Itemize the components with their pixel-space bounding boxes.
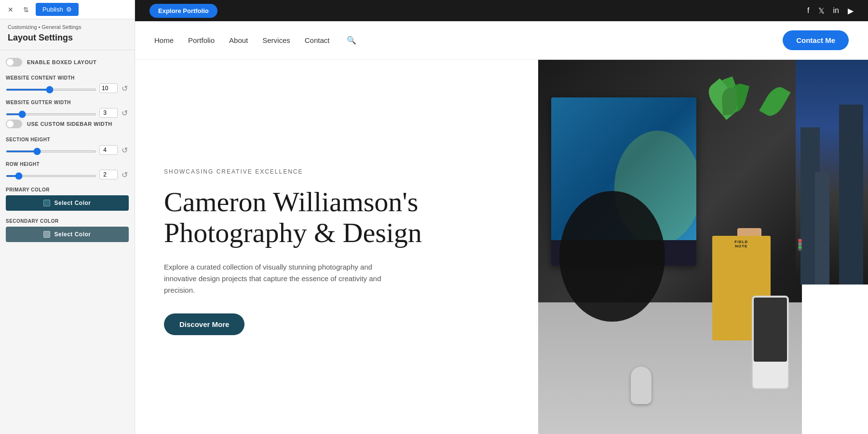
fieldnote-title-line2: NOTE [735, 244, 747, 248]
secondary-color-swatch [43, 231, 50, 238]
panel-content: Enable Boxed Layout Website Content Widt… [0, 50, 135, 434]
row-height-row: 2 ↺ [6, 170, 129, 179]
breadcrumb: Customizing • General Settings [0, 19, 135, 32]
breadcrumb-section: General Settings [42, 24, 81, 30]
headphones [559, 191, 665, 322]
row-height-label: Row Height [6, 162, 129, 167]
leaf-4 [759, 83, 790, 120]
left-panel: ✕ ⇅ Publish ⚙ Customizing • General Sett… [0, 0, 135, 434]
explore-portfolio-button[interactable]: Explore Portfolio [149, 4, 217, 18]
fieldnote-title-line1: FIELD [734, 240, 748, 244]
building-2 [815, 172, 829, 285]
content-width-row: 1080 ↺ [6, 83, 129, 93]
discover-more-button[interactable]: Discover More [164, 313, 244, 335]
desk-image: FIELD NOTE Offscreen [538, 60, 802, 434]
enable-boxed-label: Enable Boxed Layout [27, 59, 96, 65]
primary-color-select-label: Select Color [54, 200, 91, 206]
gutter-width-label: Website Gutter Width [6, 100, 129, 105]
secondary-color-button[interactable]: Select Color [6, 227, 129, 242]
breadcrumb-customizing: Customizing [8, 24, 37, 30]
gutter-width-input[interactable]: 3 [99, 108, 118, 118]
gutter-width-slider-wrap [6, 108, 96, 117]
building-3 [839, 105, 863, 284]
nav-home[interactable]: Home [154, 36, 174, 44]
social-icons: f 𝕏 in ▶ [807, 6, 854, 15]
traffic-light-green [799, 246, 801, 249]
publish-button[interactable]: Publish ⚙ [36, 3, 79, 16]
row-height-slider-wrap [6, 170, 96, 179]
section-height-label: Section Height [6, 137, 129, 142]
nav-links: Home Portfolio About Services Contact 🔍 [154, 36, 356, 45]
content-width-reset[interactable]: ↺ [121, 84, 129, 93]
swap-button[interactable]: ⇅ [20, 4, 32, 15]
section-height-slider[interactable] [6, 150, 96, 152]
gutter-width-slider[interactable] [6, 113, 96, 115]
phone [752, 296, 789, 389]
hero-subtitle: SHOWCASING CREATIVE EXCELLENCE [164, 168, 509, 175]
traffic-light-yellow [799, 243, 801, 245]
youtube-icon[interactable]: ▶ [848, 6, 854, 15]
sidebar-width-label: Use Custom Sidebar Width [27, 121, 112, 127]
section-height-input[interactable]: 4 [99, 145, 118, 155]
city-image-inner [796, 60, 868, 285]
traffic-light-red [799, 239, 801, 242]
row-height-reset[interactable]: ↺ [121, 170, 129, 179]
nav-services[interactable]: Services [262, 36, 290, 44]
panel-title: Layout Settings [0, 32, 135, 50]
hero-left: SHOWCASING CREATIVE EXCELLENCE Cameron W… [135, 60, 538, 434]
gutter-width-reset[interactable]: ↺ [121, 108, 129, 118]
gear-icon: ⚙ [66, 6, 72, 13]
row-height-input[interactable]: 2 [99, 170, 118, 179]
hero-section: SHOWCASING CREATIVE EXCELLENCE Cameron W… [135, 60, 868, 434]
toolbar: ✕ ⇅ Publish ⚙ [0, 0, 135, 19]
desk-image-inner: FIELD NOTE Offscreen [538, 60, 802, 434]
section-height-reset[interactable]: ↺ [121, 146, 129, 155]
enable-boxed-row: Enable Boxed Layout [6, 58, 129, 67]
content-width-slider[interactable] [6, 89, 96, 91]
nav-portfolio[interactable]: Portfolio [188, 36, 215, 44]
primary-color-label: Primary Color [6, 187, 129, 192]
site-topbar: Explore Portfolio f 𝕏 in ▶ [135, 0, 868, 21]
site-nav: Home Portfolio About Services Contact 🔍 … [135, 21, 868, 60]
publish-label: Publish [42, 6, 63, 13]
gutter-width-row: 3 ↺ [6, 108, 129, 118]
sidebar-width-row: Use Custom Sidebar Width [6, 120, 129, 128]
contact-me-button[interactable]: Contact Me [783, 30, 849, 50]
search-icon[interactable]: 🔍 [347, 36, 356, 44]
section-height-row: 4 ↺ [6, 145, 129, 155]
nav-contact[interactable]: Contact [305, 36, 330, 44]
traffic-light [798, 239, 802, 251]
phone-screen [754, 298, 787, 362]
primary-color-button[interactable]: Select Color [6, 195, 129, 211]
hero-description: Explore a curated collection of visually… [164, 261, 395, 296]
enable-boxed-toggle[interactable] [6, 58, 22, 67]
content-width-label: Website Content Width [6, 75, 129, 81]
section-height-slider-wrap [6, 146, 96, 154]
city-image [796, 60, 868, 285]
preview-area: Explore Portfolio f 𝕏 in ▶ Home Portfoli… [135, 0, 868, 434]
content-width-input[interactable]: 1080 [99, 83, 118, 93]
primary-color-swatch [43, 200, 50, 206]
close-button[interactable]: ✕ [5, 4, 16, 15]
hero-title: Cameron Williamson's Photography & Desig… [164, 187, 509, 248]
content-width-slider-wrap [6, 84, 96, 93]
row-height-slider[interactable] [6, 175, 96, 177]
hero-right: FIELD NOTE Offscreen [538, 60, 868, 434]
facebook-icon[interactable]: f [807, 6, 809, 15]
secondary-color-select-label: Select Color [54, 231, 91, 238]
twitter-icon[interactable]: 𝕏 [818, 6, 825, 15]
breadcrumb-sep: • [39, 24, 41, 30]
linkedin-icon[interactable]: in [833, 6, 839, 15]
sidebar-width-toggle[interactable] [6, 120, 22, 128]
nav-about[interactable]: About [229, 36, 248, 44]
secondary-color-label: Secondary Color [6, 218, 129, 224]
mouse [631, 366, 652, 404]
plant-leaves [710, 79, 789, 228]
